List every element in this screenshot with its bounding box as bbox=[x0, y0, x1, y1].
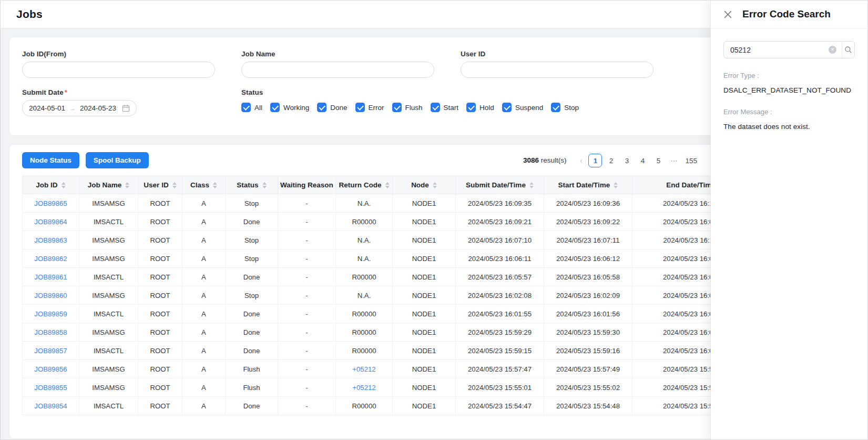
column-header-job-id[interactable]: Job ID bbox=[23, 176, 79, 194]
cell-class: A bbox=[182, 194, 226, 213]
cell-job-name: IMSACTL bbox=[79, 397, 138, 415]
cell-waiting-reason: - bbox=[278, 305, 336, 323]
status-checkbox-stop[interactable]: Stop bbox=[551, 103, 579, 112]
cell-class: A bbox=[182, 323, 226, 342]
cell-return-code: R00000 bbox=[336, 342, 393, 360]
column-header-submit-date-time[interactable]: Submit Date/Time bbox=[456, 176, 544, 194]
date-from-value[interactable]: 2024-05-01 bbox=[29, 104, 65, 112]
column-header-waiting-reason: Waiting Reason bbox=[278, 176, 336, 194]
table-row: JOB89862IMSAMSGROOTAStop-N.A.NODE12024/0… bbox=[23, 249, 758, 268]
cell-node: NODE1 bbox=[393, 194, 456, 213]
return-code-link[interactable]: +05212 bbox=[352, 365, 375, 373]
column-header-start-date-time[interactable]: Start Date/Time bbox=[544, 176, 632, 194]
cell-status: Flush bbox=[226, 360, 278, 378]
status-checkbox-working[interactable]: Working bbox=[270, 103, 309, 112]
status-checkbox-error[interactable]: Error bbox=[355, 103, 384, 112]
cell-status: Done bbox=[226, 305, 278, 323]
cell-waiting-reason: - bbox=[278, 231, 336, 249]
submit-date-range-picker[interactable]: 2024-05-01 → 2024-05-23 bbox=[22, 100, 137, 116]
job-id-link[interactable]: JOB89860 bbox=[34, 292, 67, 299]
drawer-header: Error Code Search bbox=[711, 1, 867, 28]
search-button[interactable] bbox=[842, 42, 854, 58]
sort-icon bbox=[172, 182, 177, 188]
sort-up-caret bbox=[529, 182, 534, 185]
table-row: JOB89861IMSACTLROOTADone-R00000NODE12024… bbox=[23, 268, 758, 286]
spool-backup-button[interactable]: Spool Backup bbox=[86, 152, 149, 168]
result-count: 3086 result(s) bbox=[523, 156, 567, 164]
cell-waiting-reason: - bbox=[278, 378, 336, 397]
user-id-input[interactable] bbox=[461, 62, 653, 78]
status-checkbox-hold[interactable]: Hold bbox=[466, 103, 494, 112]
sort-icon bbox=[125, 182, 129, 188]
cell-submit: 2024/05/23 16:01:55 bbox=[456, 305, 544, 323]
status-checkbox-flush[interactable]: Flush bbox=[392, 103, 423, 112]
column-header-user-id[interactable]: User ID bbox=[138, 176, 182, 194]
cell-submit: 2024/05/23 16:09:35 bbox=[456, 194, 544, 213]
job-id-link[interactable]: JOB89857 bbox=[34, 347, 67, 355]
status-checkbox-start[interactable]: Start bbox=[431, 103, 459, 112]
column-header-job-name[interactable]: Job Name bbox=[79, 176, 138, 194]
cell-waiting-reason: - bbox=[278, 249, 336, 268]
status-field: Status AllWorkingDoneErrorFlushStartHold… bbox=[241, 88, 579, 116]
column-header-status[interactable]: Status bbox=[226, 176, 278, 194]
node-status-button[interactable]: Node Status bbox=[22, 152, 79, 168]
waiting-reason-value: - bbox=[305, 328, 308, 336]
column-header-return-code[interactable]: Return Code bbox=[336, 176, 393, 194]
error-code-input[interactable] bbox=[730, 46, 825, 54]
sort-up-caret bbox=[62, 182, 66, 185]
sort-icon bbox=[62, 182, 66, 188]
status-checkbox-all[interactable]: All bbox=[241, 103, 262, 112]
job-id-link[interactable]: JOB89858 bbox=[34, 328, 67, 336]
cell-start: 2024/05/23 16:09:36 bbox=[544, 194, 632, 213]
sort-up-caret bbox=[125, 182, 129, 185]
pagination: ‹ 12345⋯155 bbox=[576, 154, 699, 167]
column-header-node[interactable]: Node bbox=[393, 176, 456, 194]
page-button-5[interactable]: 5 bbox=[651, 154, 665, 167]
job-id-link[interactable]: JOB89864 bbox=[34, 218, 67, 226]
checkbox-label: Hold bbox=[479, 104, 494, 112]
page-button-4[interactable]: 4 bbox=[636, 154, 649, 167]
job-id-link[interactable]: JOB89863 bbox=[34, 236, 67, 244]
submit-date-label: Submit Date * bbox=[22, 88, 215, 96]
cell-job-id: JOB89859 bbox=[23, 305, 79, 323]
return-code-link[interactable]: +05212 bbox=[352, 384, 375, 392]
job-id-input[interactable] bbox=[22, 62, 215, 78]
job-id-link[interactable]: JOB89854 bbox=[34, 402, 67, 410]
status-checkbox-done[interactable]: Done bbox=[317, 103, 347, 112]
waiting-reason-value: - bbox=[305, 199, 308, 207]
status-checkbox-suspend[interactable]: Suspend bbox=[502, 103, 543, 112]
cell-return-code: N.A. bbox=[336, 249, 393, 268]
cell-job-name: IMSAMSG bbox=[79, 286, 138, 305]
cell-waiting-reason: - bbox=[278, 323, 336, 342]
job-id-link[interactable]: JOB89865 bbox=[34, 199, 67, 207]
waiting-reason-value: - bbox=[305, 310, 308, 318]
column-header-class[interactable]: Class bbox=[182, 176, 226, 194]
checkbox-label: Working bbox=[283, 104, 309, 112]
pagination-ellipsis[interactable]: ⋯ bbox=[667, 154, 681, 167]
job-id-link[interactable]: JOB89862 bbox=[34, 255, 67, 263]
date-to-value[interactable]: 2024-05-23 bbox=[80, 104, 116, 112]
job-id-link[interactable]: JOB89859 bbox=[34, 310, 67, 318]
job-id-link[interactable]: JOB89861 bbox=[34, 273, 67, 281]
checkbox-checked-icon bbox=[551, 103, 560, 112]
cell-waiting-reason: - bbox=[278, 342, 336, 360]
column-label: Start Date/Time bbox=[558, 181, 610, 189]
page-button-155[interactable]: 155 bbox=[683, 154, 699, 167]
checkbox-checked-icon bbox=[502, 103, 512, 112]
cell-class: A bbox=[182, 305, 226, 323]
waiting-reason-value: - bbox=[305, 292, 308, 299]
page-button-3[interactable]: 3 bbox=[620, 154, 634, 167]
search-icon bbox=[844, 46, 852, 54]
sort-icon bbox=[213, 182, 217, 188]
job-name-input[interactable] bbox=[241, 62, 434, 78]
job-id-link[interactable]: JOB89856 bbox=[34, 365, 67, 373]
job-id-link[interactable]: JOB89855 bbox=[34, 384, 67, 392]
cell-return-code: N.A. bbox=[336, 286, 393, 305]
page-button-1[interactable]: 1 bbox=[588, 154, 602, 167]
column-label: Class bbox=[190, 181, 209, 189]
clear-input-icon[interactable]: ✕ bbox=[829, 46, 836, 54]
user-id-field: User ID bbox=[461, 50, 653, 78]
close-icon[interactable] bbox=[723, 10, 732, 19]
page-button-2[interactable]: 2 bbox=[604, 154, 618, 167]
pagination-prev-icon[interactable]: ‹ bbox=[576, 154, 586, 167]
